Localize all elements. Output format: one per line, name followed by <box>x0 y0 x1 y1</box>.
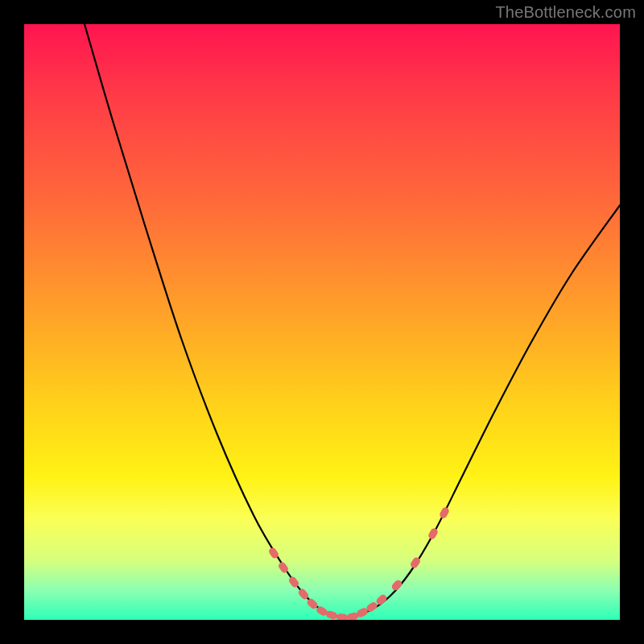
curve-marker <box>427 527 440 541</box>
plot-area <box>24 24 620 620</box>
curve-marker <box>375 593 388 606</box>
bottleneck-curve <box>85 24 620 617</box>
curve-svg <box>24 24 620 620</box>
curve-markers <box>267 506 450 620</box>
curve-marker <box>439 506 451 520</box>
curve-marker <box>390 579 403 592</box>
curve-marker <box>336 613 349 620</box>
watermark-text: TheBottleneck.com <box>495 3 636 22</box>
chart-frame: TheBottleneck.com <box>0 0 644 644</box>
